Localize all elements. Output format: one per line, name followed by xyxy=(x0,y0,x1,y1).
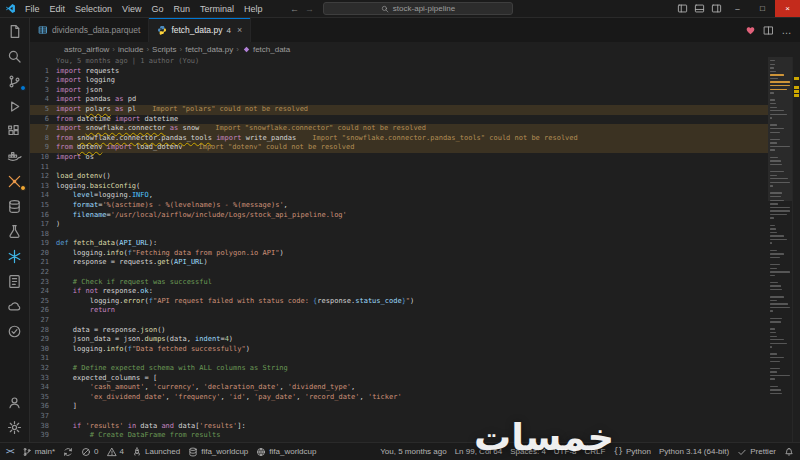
activity-docker[interactable] xyxy=(0,144,30,169)
line-number: 21 xyxy=(30,258,56,268)
line-number: 37 xyxy=(30,412,56,422)
menu-view[interactable]: View xyxy=(117,0,146,17)
launch-status[interactable]: Launched xyxy=(128,443,184,460)
remote-indicator[interactable]: >< xyxy=(2,443,18,460)
tab-dividends_data.parquet[interactable]: dividends_data.parquet xyxy=(30,18,149,42)
more-actions[interactable]: … xyxy=(778,22,795,39)
menu-selection[interactable]: Selection xyxy=(70,0,117,17)
activity-beaker[interactable] xyxy=(0,219,30,244)
split-editor-action[interactable] xyxy=(760,22,777,39)
status-label: Ln 99, Col 64 xyxy=(455,447,503,456)
code-text: return xyxy=(56,306,768,316)
cursor-position[interactable]: Ln 99, Col 64 xyxy=(451,443,507,460)
nav-back-icon[interactable]: ← xyxy=(287,4,302,14)
status-label: Python 3.14 (64-bit) xyxy=(659,447,729,456)
code-text: import os xyxy=(56,153,768,163)
code-text: # Define expected schema with ALL column… xyxy=(56,364,768,374)
toggle-panel-button[interactable] xyxy=(691,0,708,17)
beaker-icon xyxy=(7,224,22,239)
language-mode[interactable]: {}Python xyxy=(609,443,655,460)
code-text: 'cash_amount', 'currency', 'declaration_… xyxy=(56,383,768,393)
line-number: 26 xyxy=(30,306,56,316)
db-connection[interactable]: fifa_worldcup xyxy=(184,443,252,460)
activity-debug[interactable] xyxy=(0,94,30,119)
breadcrumb-item-astro_airflow[interactable]: astro_airflow xyxy=(64,45,109,54)
code-text: expected_columns = [ xyxy=(56,374,768,384)
activity-accounts[interactable] xyxy=(0,390,30,415)
eol[interactable]: CRLF xyxy=(581,443,610,460)
editor: You, 5 months ago | 1 author (You)1impor… xyxy=(30,57,800,442)
formatter-status[interactable]: Prettier xyxy=(733,443,780,460)
todo-icon xyxy=(7,324,22,339)
notifications-bell[interactable] xyxy=(780,443,798,460)
activity-todo[interactable] xyxy=(0,319,30,344)
indentation[interactable]: Spaces: 4 xyxy=(506,443,550,460)
activity-gear[interactable] xyxy=(0,415,30,440)
close-button[interactable]: × xyxy=(775,0,800,17)
project-status[interactable]: fifa_worldcup xyxy=(252,443,320,460)
breadcrumb-label: include xyxy=(118,45,143,54)
heart-action[interactable] xyxy=(742,22,759,39)
close-tab-icon[interactable]: × xyxy=(237,25,242,35)
line-number: 11 xyxy=(30,163,56,173)
snowflake-icon xyxy=(7,249,22,264)
activity-snowflake[interactable] xyxy=(0,244,30,269)
menu-help[interactable]: Help xyxy=(239,0,268,17)
git-sync[interactable] xyxy=(59,443,77,460)
line-number: 7 xyxy=(30,124,56,134)
maximize-button[interactable]: □ xyxy=(750,0,775,17)
breadcrumb-item-fetch_data[interactable]: fetch_data xyxy=(242,45,290,54)
activity-extensions[interactable] xyxy=(0,119,30,144)
menu-edit[interactable]: Edit xyxy=(45,0,71,17)
python-interpreter[interactable]: Python 3.14 (64-bit) xyxy=(655,443,733,460)
code-line-29: 29 json_data = json.dumps(data, indent=4… xyxy=(30,335,768,345)
breadcrumb-item-include[interactable]: include xyxy=(118,45,143,54)
breadcrumb-item-Scripts[interactable]: Scripts xyxy=(152,45,176,54)
toggle-sidebar-button[interactable] xyxy=(674,0,691,17)
status-label: UTF-8 xyxy=(554,447,577,456)
git-branch[interactable]: main* xyxy=(18,443,59,460)
tab-label: fetch_data.py xyxy=(171,25,222,35)
error-icon xyxy=(81,447,91,457)
code-line-25: 25 logging.error(f"API request failed wi… xyxy=(30,297,768,307)
sync-icon xyxy=(63,447,73,457)
command-center[interactable]: stock-api-pipeline xyxy=(323,2,513,15)
code-editor[interactable]: You, 5 months ago | 1 author (You)1impor… xyxy=(30,57,768,442)
problems-errors[interactable]: 0 xyxy=(77,443,102,460)
activity-scm[interactable] xyxy=(0,69,30,94)
code-text: from datetime import datetime xyxy=(56,115,768,125)
activity-search[interactable] xyxy=(0,44,30,69)
activity-database[interactable] xyxy=(0,194,30,219)
code-text xyxy=(56,163,768,173)
menu-run[interactable]: Run xyxy=(168,0,195,17)
encoding[interactable]: UTF-8 xyxy=(550,443,581,460)
minimap[interactable] xyxy=(768,57,792,442)
activity-explorer[interactable] xyxy=(0,19,30,44)
nav-forward-icon[interactable]: → xyxy=(302,4,317,14)
breadcrumb-separator: › xyxy=(146,45,149,54)
menu-terminal[interactable]: Terminal xyxy=(195,0,239,17)
problems-warnings[interactable]: 4 xyxy=(103,443,128,460)
tab-fetch_data.py[interactable]: fetch_data.py4× xyxy=(149,18,251,42)
blame-status[interactable]: You, 5 months ago xyxy=(376,443,450,460)
code-text: ) xyxy=(56,220,768,230)
code-text: load_dotenv() xyxy=(56,172,768,182)
tab-list: dividends_data.parquetfetch_data.py4× xyxy=(30,18,251,42)
code-line-33: 33 expected_columns = [ xyxy=(30,374,768,384)
explorer-icon xyxy=(7,24,22,39)
toggle-secondary-sidebar-button[interactable] xyxy=(708,0,725,17)
title-bar: FileEditSelectionViewGoRunTerminalHelp ←… xyxy=(0,0,800,18)
breadcrumb-item-fetch_data.py[interactable]: fetch_data.py xyxy=(185,45,233,54)
menu-go[interactable]: Go xyxy=(146,0,168,17)
activity-cloud[interactable] xyxy=(0,294,30,319)
activity-bar-bottom xyxy=(0,390,30,440)
menu-file[interactable]: File xyxy=(20,0,45,17)
overview-ruler xyxy=(792,57,800,442)
activity-notebook[interactable] xyxy=(0,269,30,294)
code-text: logging.basicConfig( xyxy=(56,182,768,192)
code-line-38: 38 if 'results' in data and data['result… xyxy=(30,422,768,432)
activity-airflow[interactable] xyxy=(0,169,30,194)
line-number: 2 xyxy=(30,76,56,86)
gear-icon xyxy=(7,420,22,435)
minimize-button[interactable]: – xyxy=(725,0,750,17)
